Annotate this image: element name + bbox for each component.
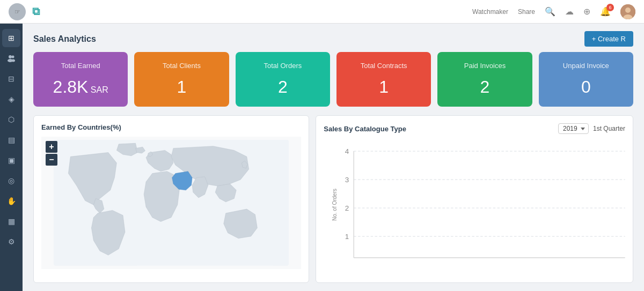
main-content: Sales Analytics + Create R Total Earned … xyxy=(23,24,644,291)
svg-point-6 xyxy=(11,59,15,62)
notification-badge: 6 xyxy=(606,4,614,11)
stat-card-value-total-contracts: 1 xyxy=(345,77,422,97)
map-zoom-in[interactable]: + xyxy=(46,141,57,153)
map-container: + − xyxy=(41,137,301,269)
sidebar-item-document[interactable]: ▤ xyxy=(2,131,20,149)
app-layout: ⊞ ⊟ ◈ ⬡ ▤ ▣ ◎ ✋ ▦ ⚙ Sales Analytics + Cr… xyxy=(0,24,644,291)
cloud-icon[interactable]: ☁ xyxy=(565,6,574,17)
stat-card-total-earned[interactable]: Total Earned 2.8K SAR xyxy=(33,52,128,107)
page-title: Sales Analytics xyxy=(33,34,96,44)
svg-point-4 xyxy=(12,56,14,58)
svg-point-1 xyxy=(625,8,631,13)
app-logo-icon: ⧉ xyxy=(32,5,40,18)
create-button[interactable]: + Create R xyxy=(584,31,633,47)
map-zoom-out[interactable]: − xyxy=(46,154,57,166)
stat-card-value-paid-invoices: 2 xyxy=(446,77,523,97)
stat-card-value-unpaid-invoices: 0 xyxy=(547,77,625,97)
sidebar-item-dashboard[interactable]: ⊞ xyxy=(2,29,20,47)
chart-header: Sales By Catalogue Type 201920182017 1st… xyxy=(324,123,625,134)
chart-panel: Sales By Catalogue Type 201920182017 1st… xyxy=(316,115,633,283)
stat-card-value-total-clients: 1 xyxy=(143,77,220,97)
nav-left: ☞ ⧉ xyxy=(9,3,40,20)
svg-text:1: 1 xyxy=(345,233,349,241)
year-select[interactable]: 201920182017 xyxy=(558,123,589,134)
quarter-label: 1st Quarter xyxy=(593,125,625,132)
stat-card-label-total-contracts: Total Contracts xyxy=(345,62,422,70)
sidebar-item-box[interactable]: ⬡ xyxy=(2,110,20,129)
sidebar: ⊞ ⊟ ◈ ⬡ ▤ ▣ ◎ ✋ ▦ ⚙ xyxy=(0,24,23,291)
chart-title: Sales By Catalogue Type xyxy=(324,125,406,133)
page-header: Sales Analytics + Create R xyxy=(23,24,644,52)
user-avatar-top[interactable]: ☞ xyxy=(9,3,26,20)
notifications-icon[interactable]: 🔔 6 xyxy=(600,6,611,17)
chart-controls: 201920182017 1st Quarter xyxy=(558,123,625,134)
stat-card-unpaid-invoices[interactable]: Unpaid Invoice 0 xyxy=(539,52,633,107)
share-label: Share xyxy=(518,8,535,16)
y-axis-label: No. of Orders xyxy=(332,188,338,220)
help-icon[interactable]: ⊕ xyxy=(583,6,590,17)
world-map xyxy=(41,137,301,269)
sidebar-item-handshake[interactable]: ✋ xyxy=(2,192,20,210)
user-avatar[interactable] xyxy=(620,4,635,19)
sidebar-item-chartbar[interactable]: ▦ xyxy=(2,212,20,230)
stat-card-total-orders[interactable]: Total Orders 2 xyxy=(236,52,330,107)
svg-text:4: 4 xyxy=(345,147,349,155)
stat-card-label-paid-invoices: Paid Invoices xyxy=(446,62,523,70)
map-controls: + − xyxy=(46,141,57,167)
svg-text:3: 3 xyxy=(345,176,349,184)
stat-card-total-clients[interactable]: Total Clients 1 xyxy=(134,52,229,107)
svg-point-3 xyxy=(9,55,12,58)
map-panel: Earned By Countries(%) + − xyxy=(33,115,309,283)
map-panel-title: Earned By Countries(%) xyxy=(41,123,301,131)
stat-card-value-total-orders: 2 xyxy=(244,77,321,97)
svg-text:2: 2 xyxy=(345,204,349,212)
stat-card-value-total-earned: 2.8K SAR xyxy=(42,77,119,97)
stat-card-label-total-orders: Total Orders xyxy=(244,62,321,70)
stat-card-label-total-earned: Total Earned xyxy=(42,62,119,70)
sidebar-item-idcard[interactable]: ▣ xyxy=(2,151,20,169)
sidebar-item-settings[interactable]: ⚙ xyxy=(2,233,20,251)
stat-card-paid-invoices[interactable]: Paid Invoices 2 xyxy=(437,52,532,107)
stat-card-label-total-clients: Total Clients xyxy=(143,62,220,70)
sidebar-item-people[interactable] xyxy=(2,49,20,68)
chart-svg: 4 3 2 1 xyxy=(324,139,625,270)
sidebar-item-layers[interactable]: ◈ xyxy=(2,90,20,108)
avatar-image xyxy=(620,4,635,19)
sidebar-item-grid[interactable]: ⊟ xyxy=(2,70,20,88)
watchmaker-label: Watchmaker xyxy=(472,8,508,16)
stat-cards-row: Total Earned 2.8K SAR Total Clients 1 To… xyxy=(23,52,644,115)
top-nav: ☞ ⧉ Watchmaker Share 🔍 ☁ ⊕ 🔔 6 xyxy=(0,0,644,24)
sidebar-item-globe[interactable]: ◎ xyxy=(2,171,20,190)
stat-card-label-unpaid-invoices: Unpaid Invoice xyxy=(547,62,625,70)
nav-right: Watchmaker Share 🔍 ☁ ⊕ 🔔 6 xyxy=(472,4,635,19)
search-icon[interactable]: 🔍 xyxy=(545,6,555,17)
chart-area: No. of Orders 4 3 2 1 xyxy=(324,139,625,270)
stat-card-total-contracts[interactable]: Total Contracts 1 xyxy=(336,52,431,107)
bottom-panels: Earned By Countries(%) + − xyxy=(23,115,644,283)
